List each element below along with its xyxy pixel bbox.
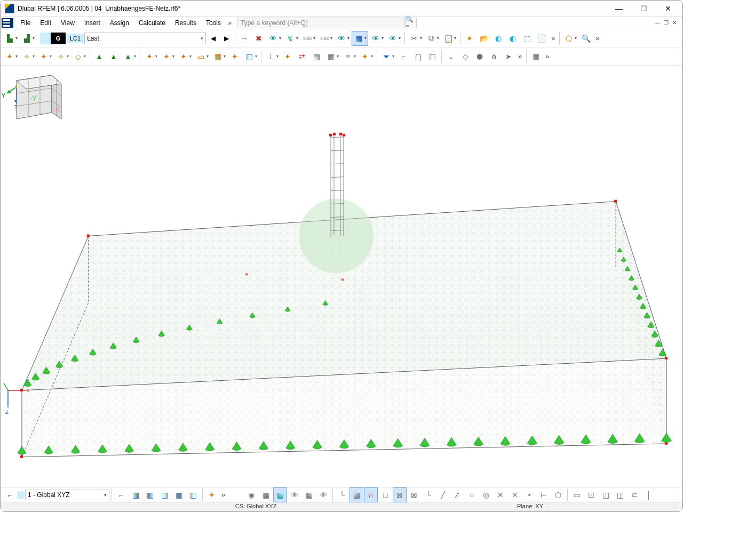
support3-icon[interactable]: ▲ [121,49,138,64]
tail4-icon[interactable]: ◫ [613,487,627,502]
app-menu-icon[interactable] [2,18,13,28]
snap-box2-icon[interactable]: ⊠ [393,487,407,502]
dim-grid2-icon[interactable]: ▦ [324,49,340,64]
tail1-icon[interactable]: ▭ [570,487,584,502]
tb1-overflow2-icon[interactable]: » [593,34,601,42]
dim-pair-icon[interactable]: ⇄ [295,49,309,64]
snap-box3-icon[interactable]: ⊠ [407,487,421,502]
dim-x-icon[interactable]: ↔ [237,31,251,46]
snap-circle1-icon[interactable]: ○ [465,487,479,502]
support1-icon[interactable]: ▲ [92,49,106,64]
load-rect-icon[interactable]: ▭ [194,49,210,64]
search-button[interactable]: 🔍≡ [405,18,417,28]
snap-origin-icon[interactable]: └ [335,487,349,502]
minimize-button[interactable]: — [607,1,631,17]
loadcase-dark-selector[interactable]: G [39,31,66,46]
misc1-icon[interactable]: ⌄ [444,49,458,64]
snap-tick-icon[interactable]: ⊢ [537,487,551,502]
lc-next-button[interactable]: ▶ [220,31,233,46]
grid-main-icon[interactable]: ▦ [352,31,368,46]
cs-tool-icon[interactable]: ⌐ [3,487,17,502]
keyword-search-input[interactable]: Type a keyword (Alt+Q) [237,18,405,28]
snap-hex-icon[interactable]: ⬡ [551,487,565,502]
dim1-icon[interactable]: ⊥ [264,49,280,64]
snap-x2-icon[interactable]: ✕ [508,487,522,502]
tail3-icon[interactable]: ◫ [599,487,613,502]
new-beam-icon[interactable]: ✧ [54,49,70,64]
snap-angle-icon[interactable]: └ [422,487,435,502]
results-xxx2-icon[interactable]: x.xx [317,31,334,46]
mdi-close-icon[interactable]: ✕ [671,19,678,27]
menu-calculate[interactable]: Calculate [134,18,170,28]
arch-icon[interactable]: ⋂ [411,49,425,64]
new-star-icon[interactable]: ✦ [463,31,476,46]
new-node-icon[interactable]: ✦ [3,49,19,64]
tool-axis-icon[interactable]: ⌐ [114,487,128,502]
arrow-icon[interactable]: ➤ [502,49,515,64]
menu-view[interactable]: View [56,18,80,28]
snap-box1-icon[interactable]: □ [378,487,392,502]
vis6-icon[interactable]: 👁 [316,487,330,502]
vis1-icon[interactable]: ◉ [244,487,258,502]
snap-dot-icon[interactable]: • [522,487,536,502]
menu-insert[interactable]: Insert [80,18,105,28]
menu-assign[interactable]: Assign [105,18,134,28]
navigation-cube[interactable]: -Y -X [1,66,65,130]
mesh-star-icon[interactable]: ✦ [205,487,219,502]
dim-star-icon[interactable]: ✦ [281,49,295,64]
loadcase-select[interactable]: Last▾ [84,33,206,44]
cut-icon[interactable]: ✂ [407,31,424,46]
support-tool-1[interactable]: ▙ [3,31,19,46]
tail2-icon[interactable]: ⊡ [584,487,598,502]
menu-results[interactable]: Results [170,18,201,28]
snap-grid-icon[interactable]: ▦ [349,487,363,502]
tb1-overflow-icon[interactable]: » [549,34,557,42]
vis4-icon[interactable]: 👁 [288,487,301,502]
funnel-icon[interactable]: ⏷ [379,49,396,64]
select-poly-icon[interactable]: ⬠ [562,31,578,46]
vis3-icon[interactable]: ▦ [273,487,287,502]
xform3-icon[interactable]: ▥ [157,487,171,502]
report-icon[interactable]: 📄 [535,31,549,46]
open-folder-icon[interactable]: 📂 [477,31,491,46]
load-star1-icon[interactable]: ✦ [142,49,159,64]
bb-overflow-icon[interactable]: » [219,491,227,499]
cloud1-icon[interactable]: ◐ [491,31,505,46]
snap-line2-icon[interactable]: ⫽ [450,487,464,502]
dim-star2-icon[interactable]: ✦ [358,49,375,64]
misc2-icon[interactable]: ◇ [458,49,472,64]
support-tool-2[interactable]: ▟ [20,31,36,46]
vis5-icon[interactable]: ▦ [302,487,316,502]
eye-toggle-icon[interactable]: 👁 [335,31,351,46]
mdi-minimize-icon[interactable]: — [654,19,661,27]
tree-icon[interactable]: ⋔ [487,49,501,64]
snap-line1-icon[interactable]: ╱ [436,487,450,502]
snap-x1-icon[interactable]: ✕ [494,487,507,502]
deform-icon[interactable]: ↯ [283,31,300,46]
load-star4-icon[interactable]: ✦ [228,49,242,64]
dim-red-x-icon[interactable]: ✖ [252,31,266,46]
table-toggle-button[interactable]: ▦ [529,49,543,64]
copy-icon[interactable]: ⧉ [424,31,441,46]
eye-arrow-icon[interactable]: 👁 [266,31,283,46]
export-icon[interactable]: ⬚ [520,31,534,46]
coord-system-select[interactable]: 1 - Global XYZ▾ [25,490,109,500]
zoom-x-icon[interactable]: 🔍 [579,31,593,46]
vis2-icon[interactable]: ▦ [259,487,273,502]
new-member-icon[interactable]: ✦ [37,49,53,64]
tb2-overflow-icon[interactable]: » [516,52,524,60]
cloud2-icon[interactable]: ◐ [506,31,520,46]
eye-view2-icon[interactable]: 👁 [386,31,402,46]
mdi-restore-icon[interactable]: ❐ [662,19,670,27]
xform1-icon[interactable]: ▥ [129,487,142,502]
axis-icon[interactable]: ⌐ [396,49,410,64]
maximize-button[interactable]: ☐ [631,1,656,17]
xform2-icon[interactable]: ▥ [143,487,157,502]
viewport-3d[interactable]: X Z X Y Z [1,66,682,487]
cube-icon[interactable]: ⬢ [473,49,487,64]
tb2-overflow2-icon[interactable]: » [543,52,551,60]
menu-overflow-icon[interactable]: » [226,19,234,27]
tail5-icon[interactable]: ⊂ [627,487,641,502]
tail6-icon[interactable]: │ [642,487,656,502]
load-star3-icon[interactable]: ✦ [177,49,193,64]
